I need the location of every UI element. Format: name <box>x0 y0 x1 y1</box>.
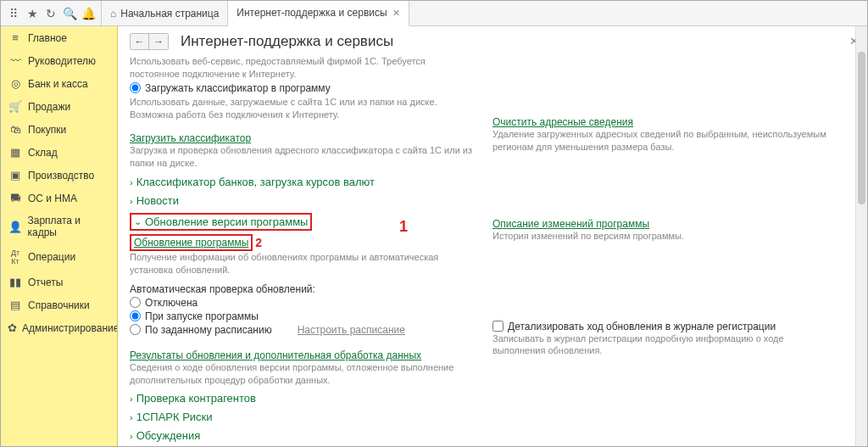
sidebar-item-purchases[interactable]: 🛍Покупки <box>1 118 117 141</box>
checkbox-detail-label: Детализировать ход обновления в журнале … <box>508 321 776 332</box>
expand-check-counterparties[interactable]: ›Проверка контрагентов <box>130 392 476 405</box>
tab-active-label: Интернет-поддержка и сервисы <box>236 7 387 19</box>
menu-icon: ≡ <box>8 31 23 44</box>
link-update-program[interactable]: Обновление программы <box>134 237 248 249</box>
chevron-right-icon: › <box>130 196 133 206</box>
load-classifier-desc: Загрузка и проверка обновления адресного… <box>130 144 476 170</box>
chevron-right-icon: › <box>130 394 133 404</box>
link-update-results[interactable]: Результаты обновления и дополнительная о… <box>130 349 421 361</box>
radio-load-classifier[interactable] <box>130 82 141 93</box>
sidebar-item-main[interactable]: ≡Главное <box>1 26 117 49</box>
bell-icon[interactable]: 🔔 <box>79 7 97 20</box>
update-results-desc: Сведения о ходе обновления версии програ… <box>130 361 476 387</box>
sidebar-item-operations[interactable]: ДтКтОперации <box>1 243 117 271</box>
star-icon[interactable]: ★ <box>23 7 42 20</box>
toolbar-icon-group: ⠿ ★ ↻ 🔍 🔔 <box>1 1 102 25</box>
sidebar-item-manager[interactable]: 〰Руководителю <box>1 49 117 72</box>
chevron-down-icon: ⌄ <box>134 216 142 227</box>
link-changes-description[interactable]: Описание изменений программы <box>492 218 649 230</box>
sidebar-item-production[interactable]: ▣Производство <box>1 164 117 187</box>
sidebar-item-bank[interactable]: ◎Банк и касса <box>1 72 117 95</box>
expand-update-version[interactable]: ⌄ Обновление версии программы <box>134 215 308 228</box>
changes-description-text: История изменений по версиям программы. <box>492 230 838 243</box>
tab-internet-support[interactable]: Интернет-поддержка и сервисы ✕ <box>228 1 409 26</box>
tab-home[interactable]: ⌂ Начальная страница <box>102 1 228 25</box>
truck-icon: ⛟ <box>8 192 23 204</box>
bag-icon: 🛍 <box>8 123 23 136</box>
apps-grid-icon[interactable]: ⠿ <box>4 7 23 20</box>
sidebar-item-sales[interactable]: 🛒Продажи <box>1 95 117 118</box>
link-load-classifier[interactable]: Загрузить классификатор <box>130 132 251 144</box>
home-icon: ⌂ <box>110 8 116 20</box>
dt-icon: ДтКт <box>8 249 23 265</box>
link-configure-schedule[interactable]: Настроить расписание <box>298 324 405 336</box>
search-icon[interactable]: 🔍 <box>60 7 79 20</box>
clear-address-desc: Удаление загруженных адресных сведений п… <box>492 128 838 154</box>
auto-check-label: Автоматическая проверка обновлений: <box>130 283 476 295</box>
update-program-desc: Получение информации об обновлениях прог… <box>130 251 476 277</box>
chevron-right-icon: › <box>130 412 133 422</box>
expand-banks[interactable]: ›Классификатор банков, загрузка курсов в… <box>130 176 476 188</box>
checkbox-detail-log[interactable] <box>492 321 504 332</box>
box-icon: ▦ <box>8 146 23 159</box>
detail-log-desc: Записывать в журнал регистрации подробну… <box>492 332 838 358</box>
nav-back-button[interactable]: ← <box>131 34 149 49</box>
gear-icon: ✿ <box>8 321 17 334</box>
expand-spark-risks[interactable]: ›1СПАРК Риски <box>130 411 476 423</box>
tab-bar: ⌂ Начальная страница Интернет-поддержка … <box>102 1 409 25</box>
history-icon[interactable]: ↻ <box>42 7 60 20</box>
expand-news[interactable]: ›Новости <box>130 194 476 207</box>
annotation-marker-1: 1 <box>399 218 408 236</box>
radio-update-schedule[interactable] <box>130 324 141 335</box>
chevron-right-icon: › <box>130 177 133 187</box>
factory-icon: ▣ <box>8 169 23 182</box>
radio-load-label: Загружать классификатор в программу <box>145 82 331 94</box>
cart-icon: 🛒 <box>8 100 23 113</box>
nav-forward-button[interactable]: → <box>149 34 168 49</box>
top-toolbar: ⠿ ★ ↻ 🔍 🔔 ⌂ Начальная страница Интернет-… <box>1 1 867 26</box>
annotation-marker-2: 2 <box>255 236 262 249</box>
content-area: ✕ ← → Интернет-поддержка и сервисы Испол… <box>118 26 867 446</box>
chevron-right-icon: › <box>130 431 133 441</box>
radio-update-on-start[interactable] <box>130 310 141 321</box>
sidebar-item-admin[interactable]: ✿Администрирование <box>1 316 117 339</box>
chart-icon: 〰 <box>8 54 23 67</box>
sidebar-item-reports[interactable]: ▮▮Отчеты <box>1 271 117 293</box>
book-icon: ▤ <box>8 299 23 311</box>
barchart-icon: ▮▮ <box>8 276 23 288</box>
link-clear-address[interactable]: Очистить адресные сведения <box>492 116 633 128</box>
left-sidebar: ≡Главное 〰Руководителю ◎Банк и касса 🛒Пр… <box>1 26 118 446</box>
scrollbar[interactable] <box>855 26 867 446</box>
page-title: Интернет-поддержка и сервисы <box>181 33 393 50</box>
expand-discussions[interactable]: ›Обсуждения <box>130 429 476 442</box>
sidebar-item-os[interactable]: ⛟ОС и НМА <box>1 187 117 210</box>
highlight-box-1: ⌄ Обновление версии программы <box>130 213 312 231</box>
sidebar-item-hr[interactable]: 👤Зарплата и кадры <box>1 210 117 243</box>
intro-text-1: Использовать веб-сервис, предоставляемый… <box>130 55 476 81</box>
highlight-box-2: Обновление программы <box>130 234 253 251</box>
tab-home-label: Начальная страница <box>120 8 219 20</box>
radio-update-off[interactable] <box>130 297 141 308</box>
sidebar-item-catalogs[interactable]: ▤Справочники <box>1 293 117 316</box>
person-icon: 👤 <box>8 221 22 233</box>
intro-text-2: Использовать данные, загружаемые с сайта… <box>130 96 476 121</box>
scrollbar-thumb[interactable] <box>858 52 865 204</box>
coin-icon: ◎ <box>8 77 23 90</box>
sidebar-item-warehouse[interactable]: ▦Склад <box>1 141 117 164</box>
nav-buttons: ← → <box>130 33 169 50</box>
tab-close-icon[interactable]: ✕ <box>392 8 400 19</box>
